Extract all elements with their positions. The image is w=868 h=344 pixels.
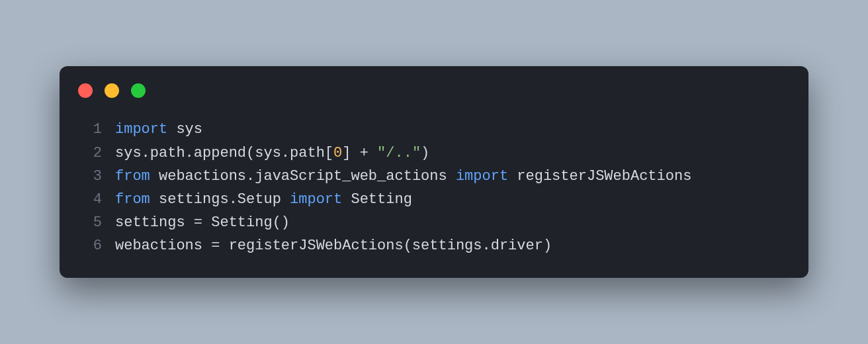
code-line: 1import sys	[79, 118, 789, 141]
token: import	[290, 191, 342, 208]
token: registerJSWebActions	[508, 168, 691, 185]
code-source: sys.path.append(sys.path[0] + "/..")	[102, 142, 429, 165]
token: )	[421, 145, 429, 161]
token: from	[115, 191, 150, 208]
line-number: 6	[79, 234, 102, 257]
code-line: 2sys.path.append(sys.path[0] + "/..")	[79, 142, 789, 165]
code-window: 1import sys2sys.path.append(sys.path[0] …	[60, 66, 808, 277]
token: "/.."	[377, 145, 421, 161]
line-number: 3	[79, 165, 102, 188]
minimize-icon[interactable]	[105, 83, 119, 98]
code-source: webactions = registerJSWebActions(settin…	[102, 234, 552, 257]
close-icon[interactable]	[78, 83, 93, 98]
token: Setting	[342, 191, 412, 208]
code-source: settings = Setting()	[102, 211, 290, 234]
token: settings.Setup	[150, 191, 290, 208]
token: from	[115, 168, 150, 185]
token: sys.path.append(sys.path[	[115, 145, 333, 161]
token: ] +	[342, 145, 377, 161]
token: sys	[167, 121, 202, 138]
window-controls	[78, 83, 789, 98]
code-line: 5settings = Setting()	[79, 211, 789, 234]
code-line: 3from webactions.javaScript_web_actions …	[79, 165, 789, 188]
line-number: 2	[79, 142, 102, 165]
code-source: from settings.Setup import Setting	[102, 188, 412, 211]
line-number: 4	[79, 188, 102, 211]
code-line: 6webactions = registerJSWebActions(setti…	[79, 234, 789, 257]
code-block: 1import sys2sys.path.append(sys.path[0] …	[79, 118, 789, 257]
token: settings = Setting()	[115, 214, 290, 231]
token: webactions = registerJSWebActions(settin…	[115, 237, 552, 254]
code-source: import sys	[102, 118, 202, 141]
line-number: 1	[79, 118, 102, 141]
line-number: 5	[79, 211, 102, 234]
code-line: 4from settings.Setup import Setting	[79, 188, 789, 211]
token: 0	[333, 145, 342, 161]
code-source: from webactions.javaScript_web_actions i…	[102, 165, 691, 188]
token: webactions.javaScript_web_actions	[150, 168, 456, 185]
token: import	[456, 168, 508, 185]
token: import	[115, 121, 167, 138]
maximize-icon[interactable]	[131, 83, 146, 98]
